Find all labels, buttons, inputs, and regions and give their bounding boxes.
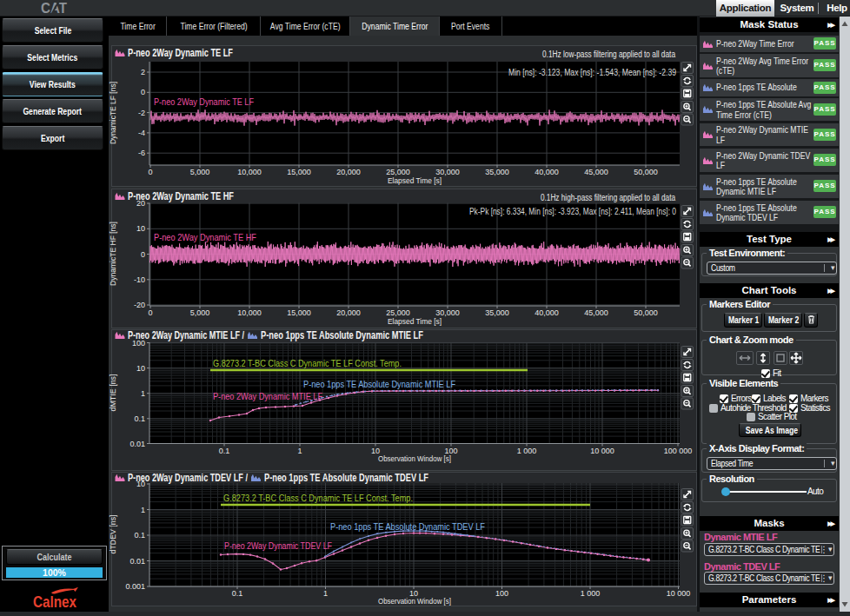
svg-text:1: 1	[323, 589, 328, 598]
svg-text:10: 10	[371, 447, 380, 455]
svg-text:0.1Hz low-pass filtering appli: 0.1Hz low-pass filtering applied to all …	[542, 50, 675, 59]
svg-text:30,000: 30,000	[435, 168, 460, 176]
svg-text:100 000: 100 000	[664, 447, 693, 455]
svg-text:Elapsed Time [s]: Elapsed Time [s]	[388, 176, 442, 185]
svg-text:1: 1	[141, 389, 145, 398]
svg-text:Pk-Pk [ns]: 6.334, Min [ns]: -: Pk-Pk [ns]: 6.334, Min [ns]: -3.923, Max…	[469, 207, 676, 216]
svg-text:P-neo 2Way Dynamic TE LF: P-neo 2Way Dynamic TE LF	[128, 47, 233, 59]
svg-text:1: 1	[297, 447, 302, 455]
svg-text:10 000: 10 000	[667, 589, 691, 598]
svg-text:15,000: 15,000	[287, 168, 311, 176]
svg-text:20,000: 20,000	[336, 308, 361, 317]
svg-text:0.001: 0.001	[125, 582, 145, 591]
svg-text:0: 0	[148, 308, 152, 317]
svg-text:P-neo 2Way Dynamic TE HF: P-neo 2Way Dynamic TE HF	[128, 190, 234, 202]
svg-text:25,000: 25,000	[386, 308, 410, 317]
svg-text:45,000: 45,000	[584, 168, 608, 176]
svg-text:2: 2	[141, 68, 145, 76]
svg-text:1: 1	[141, 506, 145, 514]
svg-text:15,000: 15,000	[287, 308, 311, 317]
svg-text:0.1Hz high-pass filtering appl: 0.1Hz high-pass filtering applied to all…	[541, 193, 675, 202]
svg-text:10: 10	[136, 224, 145, 233]
svg-text:G.8273.2 T-BC Class C Dynamic: G.8273.2 T-BC Class C Dynamic TE LF Cons…	[223, 493, 413, 503]
svg-text:P-neo 1pps TE Absolute Dynamic: P-neo 1pps TE Absolute Dynamic MTIE LF	[261, 329, 423, 341]
svg-text:0.1: 0.1	[232, 589, 243, 598]
svg-text:-10: -10	[134, 275, 145, 284]
svg-text:P-neo 2Way Dynamic MTIE LF: P-neo 2Way Dynamic MTIE LF	[213, 391, 322, 401]
svg-text:DynamicTE LF [ns]: DynamicTE LF [ns]	[109, 82, 117, 144]
svg-text:P-neo 2Way Dynamic TE HF: P-neo 2Way Dynamic TE HF	[154, 232, 256, 242]
svg-text:45,000: 45,000	[584, 308, 608, 317]
svg-text:P-neo 1pps TE Absolute Dynamic: P-neo 1pps TE Absolute Dynamic TDEV LF	[264, 472, 428, 484]
svg-text:-6: -6	[138, 149, 145, 157]
svg-text:100: 100	[444, 447, 457, 455]
svg-text:0.1: 0.1	[134, 531, 145, 540]
svg-text:30,000: 30,000	[435, 308, 460, 317]
svg-text:P-neo 2Way Dynamic TE LF: P-neo 2Way Dynamic TE LF	[154, 96, 254, 107]
svg-text:5,000: 5,000	[190, 308, 210, 317]
svg-text:10: 10	[136, 364, 145, 373]
svg-text:dTDEV [ns]: dTDEV [ns]	[109, 515, 117, 554]
svg-text:Observation Window [s]: Observation Window [s]	[378, 454, 451, 463]
svg-text:50,000: 50,000	[634, 168, 658, 176]
svg-text:1 000: 1 000	[517, 447, 537, 455]
svg-text:40,000: 40,000	[535, 168, 559, 176]
svg-text:-4: -4	[138, 129, 145, 137]
svg-text:0.1: 0.1	[219, 447, 230, 455]
svg-text:P-neo 2Way Dynamic TDEV LF: P-neo 2Way Dynamic TDEV LF	[224, 540, 332, 551]
svg-text:0: 0	[148, 168, 152, 176]
svg-text:50,000: 50,000	[634, 308, 658, 317]
svg-text:0: 0	[141, 250, 145, 259]
svg-text:10 000: 10 000	[590, 447, 614, 455]
svg-text:-2: -2	[138, 109, 145, 117]
svg-text:0.1: 0.1	[134, 414, 145, 423]
svg-text:35,000: 35,000	[485, 168, 509, 176]
svg-text:G.8273.2 T-BC Class C Dynamic: G.8273.2 T-BC Class C Dynamic TE LF Cons…	[213, 358, 402, 368]
svg-text:Elapsed Time [s]: Elapsed Time [s]	[388, 317, 442, 326]
svg-text:dMTIE [ns]: dMTIE [ns]	[109, 374, 117, 412]
svg-text:20,000: 20,000	[336, 168, 361, 176]
svg-text:40,000: 40,000	[535, 308, 559, 317]
svg-text:0: 0	[141, 88, 145, 96]
svg-text:DynamicTE HF [ns]: DynamicTE HF [ns]	[109, 222, 117, 286]
svg-text:-20: -20	[134, 301, 145, 309]
svg-text:P-neo 2Way Dynamic MTIE LF /: P-neo 2Way Dynamic MTIE LF /	[128, 329, 244, 341]
svg-text:1 000: 1 000	[581, 589, 601, 598]
svg-text:100: 100	[495, 589, 508, 598]
svg-text:0.01: 0.01	[129, 440, 145, 448]
svg-text:P-neo 1pps TE Absolute Dynamic: P-neo 1pps TE Absolute Dynamic TDEV LF	[330, 521, 485, 532]
svg-text:25,000: 25,000	[386, 168, 410, 176]
svg-text:Min [ns]: -3.123, Max [ns]: -1: Min [ns]: -3.123, Max [ns]: -1.543, Mean…	[508, 68, 676, 77]
svg-text:P-neo 1pps TE Absolute Dynamic: P-neo 1pps TE Absolute Dynamic MTIE LF	[303, 379, 455, 389]
svg-text:10,000: 10,000	[237, 308, 262, 317]
svg-text:35,000: 35,000	[485, 308, 509, 317]
svg-text:5,000: 5,000	[190, 168, 210, 176]
svg-text:Observation Window [s]: Observation Window [s]	[378, 597, 451, 606]
svg-text:0.01: 0.01	[129, 557, 145, 566]
svg-text:P-neo 2Way Dynamic TDEV LF /: P-neo 2Way Dynamic TDEV LF /	[128, 472, 248, 484]
svg-text:10,000: 10,000	[237, 168, 262, 176]
